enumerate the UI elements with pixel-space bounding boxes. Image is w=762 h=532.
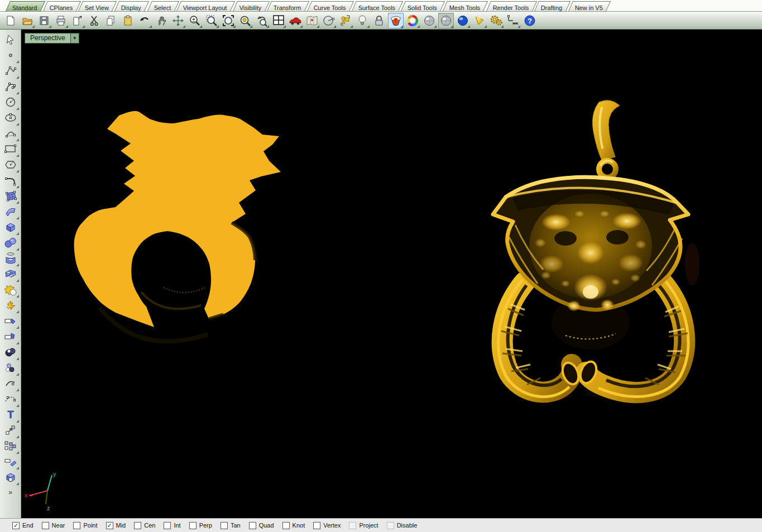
- osnap-mid[interactable]: ✓Mid: [106, 522, 126, 529]
- control-point-curve-icon[interactable]: [2, 79, 19, 94]
- zoom-window-icon[interactable]: [204, 13, 219, 28]
- checkbox[interactable]: [42, 522, 49, 529]
- tab-viewport-layout[interactable]: Viewport Layout: [176, 1, 235, 11]
- cut-icon[interactable]: [87, 13, 102, 28]
- zoom-selected-icon[interactable]: [238, 13, 252, 28]
- mesh-surface-icon[interactable]: [2, 266, 19, 282]
- surface-from-points-icon[interactable]: [2, 188, 19, 204]
- checkbox[interactable]: ✓: [106, 522, 113, 529]
- tab-solid-tools[interactable]: Solid Tools: [401, 1, 445, 11]
- tab-curve-tools[interactable]: Curve Tools: [307, 1, 354, 11]
- osnap-project[interactable]: Project: [349, 522, 378, 529]
- checkbox[interactable]: [189, 522, 197, 529]
- polygon-icon[interactable]: [2, 157, 19, 172]
- blue-sphere-icon[interactable]: [456, 13, 470, 28]
- spotlight-icon[interactable]: [472, 13, 487, 28]
- tab-drafting[interactable]: Drafting: [534, 1, 571, 11]
- point-icon[interactable]: [2, 47, 19, 63]
- viewport-title[interactable]: Perspective ▼: [25, 33, 79, 44]
- curved-surface-icon[interactable]: [2, 204, 19, 219]
- osnap-int[interactable]: Int: [164, 522, 180, 529]
- color-wheel-icon[interactable]: [405, 13, 420, 28]
- spheres-icon[interactable]: [2, 235, 19, 251]
- viewport-title-label[interactable]: Perspective: [25, 33, 71, 44]
- paste-icon[interactable]: [121, 13, 135, 28]
- shaded-viewport-icon[interactable]: [389, 13, 403, 28]
- osnap-perp[interactable]: Perp: [189, 522, 212, 529]
- viewport-title-dropdown[interactable]: ▼: [71, 33, 79, 44]
- save-icon[interactable]: [37, 13, 51, 28]
- tab-transform[interactable]: Transform: [267, 1, 309, 11]
- perspective-viewport[interactable]: Perspective ▼: [21, 30, 762, 518]
- osnap-cen[interactable]: Cen: [134, 522, 155, 529]
- gears-icon[interactable]: [489, 13, 504, 28]
- tab-surface-tools[interactable]: Surface Tools: [352, 1, 403, 11]
- text-icon[interactable]: T: [2, 407, 19, 423]
- cplane-circle-icon[interactable]: [322, 13, 336, 28]
- checkbox[interactable]: [221, 522, 228, 529]
- arc-icon[interactable]: [2, 126, 19, 141]
- lock-icon[interactable]: [372, 13, 386, 28]
- rotate-view-icon[interactable]: [171, 13, 185, 28]
- tab-mesh-tools[interactable]: Mesh Tools: [443, 1, 488, 11]
- checkbox[interactable]: [282, 522, 290, 529]
- help-icon[interactable]: ?: [523, 13, 537, 28]
- car-icon[interactable]: [288, 13, 303, 28]
- zoom-extents-icon[interactable]: [221, 13, 236, 28]
- checkbox[interactable]: ✓: [12, 522, 20, 529]
- zoom-dynamic-icon[interactable]: ±: [188, 13, 202, 28]
- tiger-pendant-ring[interactable]: [493, 100, 699, 398]
- checkbox[interactable]: [249, 522, 256, 529]
- sphere-group-icon[interactable]: [2, 360, 19, 376]
- render-scene[interactable]: x y z: [21, 30, 762, 518]
- osnap-vertex[interactable]: Vertex: [313, 522, 341, 529]
- explode-icon[interactable]: [2, 298, 19, 313]
- split-icon[interactable]: [2, 329, 19, 344]
- rebuild-curve-icon[interactable]: [2, 391, 19, 407]
- more-tools-button[interactable]: »: [2, 488, 19, 496]
- tab-visibility[interactable]: Visibility: [233, 1, 270, 11]
- osnap-near[interactable]: Near: [42, 522, 65, 529]
- tab-display[interactable]: Display: [114, 1, 149, 11]
- boolean-union-icon[interactable]: [2, 282, 19, 298]
- tab-standard[interactable]: Standard: [6, 1, 45, 11]
- undo-view-icon[interactable]: [255, 13, 269, 28]
- render-sphere-pressed-icon[interactable]: [439, 13, 453, 28]
- checkbox[interactable]: [387, 522, 394, 529]
- tab-render-tools[interactable]: Render Tools: [486, 1, 537, 11]
- pendant-ring-silhouette[interactable]: [74, 111, 281, 342]
- copy-icon[interactable]: [104, 13, 118, 28]
- checkbox[interactable]: [164, 522, 171, 529]
- pointer-icon[interactable]: [2, 32, 19, 47]
- map-icon[interactable]: [305, 13, 319, 28]
- adjust-curve-icon[interactable]: [2, 376, 19, 391]
- tab-select[interactable]: Select: [147, 1, 179, 11]
- pan-hand-icon[interactable]: [154, 13, 169, 28]
- undo-icon[interactable]: [137, 13, 152, 28]
- fillet-corner-icon[interactable]: [2, 172, 19, 188]
- rectangle-icon[interactable]: [2, 141, 19, 157]
- dimension-icon[interactable]: [506, 13, 520, 28]
- trim-icon[interactable]: [2, 313, 19, 329]
- named-objects-icon[interactable]: [338, 13, 353, 28]
- viewport-layout-icon[interactable]: [271, 13, 286, 28]
- array-icon[interactable]: [2, 438, 19, 454]
- box-icon[interactable]: [2, 219, 19, 235]
- osnap-tan[interactable]: Tan: [221, 522, 241, 529]
- checkbox[interactable]: [313, 522, 320, 529]
- osnap-disable[interactable]: Disable: [387, 522, 418, 529]
- osnap-knot[interactable]: Knot: [282, 522, 305, 529]
- move-icon[interactable]: [2, 423, 19, 438]
- tab-new-in-v5[interactable]: New in V5: [568, 1, 611, 11]
- solid-edit-icon[interactable]: [2, 469, 19, 485]
- print-icon[interactable]: [54, 13, 68, 28]
- cylinder-icon[interactable]: [2, 251, 19, 266]
- circle-icon[interactable]: [2, 94, 19, 110]
- osnap-end[interactable]: ✓End: [12, 522, 33, 529]
- osnap-point[interactable]: Point: [73, 522, 97, 529]
- checkbox[interactable]: [73, 522, 80, 529]
- orient-icon[interactable]: [2, 454, 19, 469]
- polyline-icon[interactable]: [2, 63, 19, 79]
- export-page-icon[interactable]: [70, 13, 85, 28]
- lightbulb-icon[interactable]: [355, 13, 370, 28]
